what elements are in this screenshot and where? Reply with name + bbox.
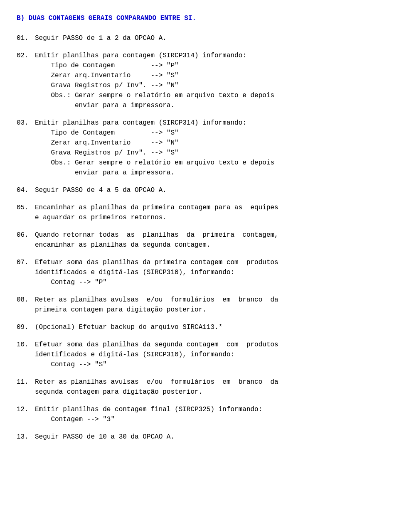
item-number: 05. — [17, 203, 35, 223]
list-item: 13.Seguir PASSO de 10 a 30 da OPCAO A. — [17, 432, 382, 442]
item-body: Seguir PASSO de 1 a 2 da OPCAO A. — [35, 33, 382, 43]
item-number: 12. — [17, 405, 35, 424]
item-body: Seguir PASSO de 4 a 5 da OPCAO A. — [35, 185, 382, 195]
item-body: Efetuar soma das planilhas da segunda co… — [35, 340, 382, 370]
item-line: Tipo de Contagem --> "P" — [35, 61, 382, 71]
list-item: 05.Encaminhar as planilhas da primeira c… — [17, 203, 382, 223]
list-item: 09.(Opcional) Efetuar backup do arquivo … — [17, 322, 382, 332]
item-line: Obs.: Gerar sempre o relatório em arquiv… — [35, 91, 382, 101]
list-item: 12.Emitir planilhas de contagem final (S… — [17, 405, 382, 424]
item-body: Emitir planilhas para contagem (SIRCP314… — [35, 51, 382, 110]
item-line: primeira contagem para digitação posteri… — [35, 305, 382, 315]
item-line: Encaminhar as planilhas da primeira cont… — [35, 203, 382, 213]
item-number: 11. — [17, 377, 35, 397]
item-line: Emitir planilhas de contagem final (SIRC… — [35, 405, 382, 414]
item-body: Seguir PASSO de 10 a 30 da OPCAO A. — [35, 432, 382, 442]
item-line: e aguardar os primeiros retornos. — [35, 213, 382, 223]
item-line: Contagem --> "3" — [35, 414, 382, 424]
item-body: Emitir planilhas de contagem final (SIRC… — [35, 405, 382, 424]
list-item: 06.Quando retornar todas as planilhas da… — [17, 230, 382, 250]
list-item: 11.Reter as planilhas avulsas e/ou formu… — [17, 377, 382, 397]
item-number: 13. — [17, 432, 35, 442]
item-line: Obs.: Gerar sempre o relatório em arquiv… — [35, 158, 382, 168]
content: 01.Seguir PASSO de 1 a 2 da OPCAO A.02.E… — [17, 33, 382, 442]
item-line: Quando retornar todas as planilhas da pr… — [35, 230, 382, 240]
item-line: Efetuar soma das planilhas da primeira c… — [35, 257, 382, 267]
item-body: Reter as planilhas avulsas e/ou formulár… — [35, 377, 382, 397]
item-line: identificados e digitá-las (SIRCP310), i… — [35, 267, 382, 277]
item-line: encaminhar as planilhas da segunda conta… — [35, 240, 382, 250]
list-item: 02.Emitir planilhas para contagem (SIRCP… — [17, 51, 382, 110]
item-line: Reter as planilhas avulsas e/ou formulár… — [35, 295, 382, 305]
item-body: Efetuar soma das planilhas da primeira c… — [35, 257, 382, 287]
item-line: Zerar arq.Inventario --> "S" — [35, 71, 382, 81]
item-line: Efetuar soma das planilhas da segunda co… — [35, 340, 382, 350]
item-line: Emitir planilhas para contagem (SIRCP314… — [35, 118, 382, 128]
list-item: 03.Emitir planilhas para contagem (SIRCP… — [17, 118, 382, 178]
item-number: 01. — [17, 33, 35, 43]
list-item: 08.Reter as planilhas avulsas e/ou formu… — [17, 295, 382, 315]
item-number: 03. — [17, 118, 35, 178]
item-body: Encaminhar as planilhas da primeira cont… — [35, 203, 382, 223]
item-body: Quando retornar todas as planilhas da pr… — [35, 230, 382, 250]
item-line: Grava Registros p/ Inv". --> "S" — [35, 148, 382, 158]
item-line: enviar para a impressora. — [35, 168, 382, 178]
item-line: segunda contagem para digitação posterio… — [35, 387, 382, 397]
item-line: identificados e digitá-las (SIRCP310), i… — [35, 350, 382, 360]
item-line: enviar para a impressora. — [35, 101, 382, 110]
list-item: 10.Efetuar soma das planilhas da segunda… — [17, 340, 382, 370]
item-number: 08. — [17, 295, 35, 315]
item-line: Reter as planilhas avulsas e/ou formulár… — [35, 377, 382, 387]
item-line: Grava Registros p/ Inv". --> "N" — [35, 81, 382, 91]
item-number: 02. — [17, 51, 35, 110]
item-body: (Opcional) Efetuar backup do arquivo SIR… — [35, 322, 382, 332]
list-item: 01.Seguir PASSO de 1 a 2 da OPCAO A. — [17, 33, 382, 43]
list-item: 04.Seguir PASSO de 4 a 5 da OPCAO A. — [17, 185, 382, 195]
item-body: Reter as planilhas avulsas e/ou formulár… — [35, 295, 382, 315]
item-line: Zerar arq.Inventario --> "N" — [35, 138, 382, 148]
list-item: 07.Efetuar soma das planilhas da primeir… — [17, 257, 382, 287]
heading: B) DUAS CONTAGENS GERAIS COMPARANDO ENTR… — [17, 13, 382, 23]
item-number: 09. — [17, 322, 35, 332]
item-line: Tipo de Contagem --> "S" — [35, 128, 382, 138]
item-line: Contag --> "S" — [35, 360, 382, 370]
item-body: Emitir planilhas para contagem (SIRCP314… — [35, 118, 382, 178]
item-number: 07. — [17, 257, 35, 287]
item-number: 06. — [17, 230, 35, 250]
item-number: 10. — [17, 340, 35, 370]
item-line: Emitir planilhas para contagem (SIRCP314… — [35, 51, 382, 61]
item-line: Contag --> "P" — [35, 277, 382, 287]
item-number: 04. — [17, 185, 35, 195]
